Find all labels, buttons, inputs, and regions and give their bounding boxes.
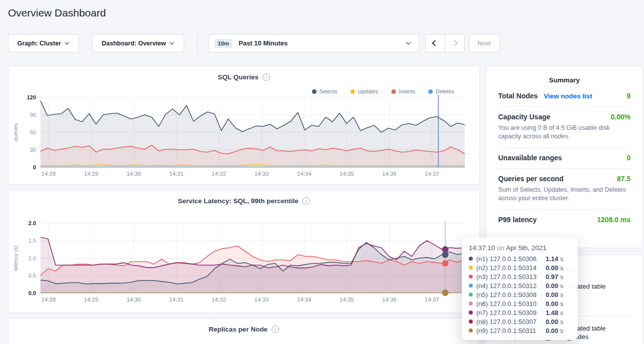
info-icon[interactable]: i [263, 73, 270, 81]
svg-text:1.0: 1.0 [28, 255, 36, 261]
svg-text:14:29: 14:29 [84, 171, 98, 177]
dashboard-dropdown-label: Dashboard: Overview [102, 40, 166, 47]
svg-text:14:37: 14:37 [425, 297, 439, 303]
tooltip-node-value: 0.00 s [546, 318, 571, 326]
now-button[interactable]: Now [469, 34, 500, 52]
svg-text:90: 90 [30, 112, 36, 118]
summary-row: Total Nodes View nodes list 9 [498, 86, 631, 107]
node-color-dot-icon [469, 275, 473, 279]
tooltip-node-value: 0.00 s [546, 264, 571, 272]
time-range-label: Past 10 Minutes [239, 39, 288, 47]
legend-item-selects[interactable]: Selects [312, 88, 337, 94]
svg-text:14:30: 14:30 [126, 297, 141, 303]
chart-hover-tooltip: 14:37:10 on Apr 5th, 2021 (n1) 127.0.0.1… [462, 238, 578, 340]
summary-row-desc: You are using 0 B of 4.5 GiB usable disk… [498, 124, 631, 141]
summary-row: Queries per second 87.5 Sum of Selects, … [498, 169, 631, 210]
tooltip-node-label: (n7) 127.0.0.1:50309 [476, 309, 537, 317]
summary-row-label: Capacity Usage [498, 113, 550, 121]
svg-text:14:36: 14:36 [382, 171, 397, 177]
legend-item-inserts[interactable]: Inserts [391, 88, 415, 94]
tooltip-node-label: (n6) 127.0.0.1:50310 [476, 300, 537, 308]
svg-text:14:28: 14:28 [41, 297, 56, 303]
summary-row: P99 latency 1208.0 ms [498, 210, 631, 230]
tooltip-node-value: 0.00 s [546, 327, 571, 335]
summary-rows: Total Nodes View nodes list 9 Capacity U… [486, 86, 643, 230]
summary-row-label: P99 latency [498, 216, 537, 224]
time-step-forward-button[interactable] [445, 34, 465, 52]
legend-dot-icon [312, 89, 317, 94]
tooltip-node-row: (n7) 127.0.0.1:50309 1.48 s [469, 308, 571, 317]
tooltip-node-label: (n9) 127.0.0.1:50311 [476, 327, 536, 335]
page-title: Overview Dashboard [8, 7, 106, 19]
svg-text:0.0: 0.0 [28, 290, 36, 296]
replicas-per-node-title: Replicas per Node [209, 326, 268, 333]
service-latency-chart[interactable]: 0.00.51.01.52.014:2814:2914:3014:3114:32… [8, 220, 472, 304]
sql-queries-chart[interactable]: 030609012014:2814:2914:3014:3114:3214:33… [8, 94, 472, 178]
legend-dot-icon [350, 89, 355, 94]
tooltip-node-row: (n9) 127.0.0.1:50311 0.00 s [469, 326, 571, 335]
info-icon[interactable]: i [303, 197, 310, 205]
chevron-down-icon [169, 40, 174, 45]
summary-row-value: 0.00% [611, 113, 631, 121]
tooltip-node-value: 1.14 s [546, 255, 571, 263]
view-nodes-link[interactable]: View nodes list [544, 92, 592, 100]
legend-item-deletes[interactable]: Deletes [428, 88, 454, 94]
svg-text:14:29: 14:29 [84, 297, 98, 303]
node-color-dot-icon [469, 302, 473, 306]
tooltip-node-label: (n4) 127.0.0.1:50312 [476, 282, 537, 290]
node-color-dot-icon [469, 311, 473, 315]
time-step-back-button[interactable] [426, 34, 445, 52]
tooltip-node-value: 0.00 s [546, 282, 571, 290]
summary-row-label: Queries per second [498, 175, 564, 183]
time-range-badge: 10m [215, 39, 232, 48]
svg-text:14:37: 14:37 [425, 171, 439, 177]
svg-text:0.5: 0.5 [28, 273, 36, 279]
time-range-picker[interactable]: 10m Past 10 Minutes [208, 34, 419, 52]
time-step-group [425, 34, 465, 52]
svg-text:14:32: 14:32 [212, 171, 226, 177]
tooltip-node-row: (n5) 127.0.0.1:50308 0.00 s [469, 290, 571, 299]
service-latency-card: Service Latency: SQL, 99th percentile i … [8, 190, 480, 313]
graph-dropdown-label: Graph: Cluster [17, 40, 61, 47]
svg-text:14:28: 14:28 [41, 171, 56, 177]
tooltip-node-value: 1.48 s [546, 309, 571, 317]
chevron-down-icon [64, 40, 69, 45]
summary-row-label: Unavailable ranges [498, 154, 562, 162]
summary-title: Summary [486, 66, 643, 86]
tooltip-node-row: (n8) 127.0.0.1:50307 0.00 s [469, 317, 571, 326]
tooltip-node-row: (n3) 127.0.0.1:50313 0.97 s [469, 272, 571, 281]
summary-row: Unavailable ranges 0 [498, 148, 631, 169]
tooltip-node-label: (n8) 127.0.0.1:50307 [476, 318, 537, 326]
legend-dot-icon [428, 89, 433, 94]
sql-queries-card: SQL Queries i Selects Updates Inserts De… [8, 66, 480, 185]
svg-text:0: 0 [33, 164, 36, 170]
dashboard-dropdown[interactable]: Dashboard: Overview [92, 34, 184, 52]
tooltip-node-row: (n6) 127.0.0.1:50310 0.00 s [469, 299, 571, 308]
service-latency-title: Service Latency: SQL, 99th percentile [178, 197, 299, 205]
tooltip-node-label: (n1) 127.0.0.1:50306 [476, 255, 537, 263]
svg-text:2.0: 2.0 [28, 220, 36, 226]
svg-text:1.5: 1.5 [28, 238, 36, 244]
tooltip-node-row: (n4) 127.0.0.1:50312 0.00 s [469, 281, 571, 290]
svg-text:14:35: 14:35 [339, 171, 354, 177]
controls-divider [197, 33, 198, 53]
graph-dropdown[interactable]: Graph: Cluster [8, 34, 79, 52]
svg-text:120: 120 [27, 94, 36, 100]
summary-row-value: 1208.0 ms [597, 216, 631, 224]
tooltip-node-label: (n2) 127.0.0.1:50314 [476, 264, 537, 272]
svg-text:14:33: 14:33 [255, 171, 269, 177]
svg-text:14:35: 14:35 [339, 297, 354, 303]
chevron-right-icon [451, 40, 458, 46]
summary-row-desc: Sum of Selects, Updates, Inserts, and De… [498, 186, 631, 203]
tooltip-node-label: (n3) 127.0.0.1:50313 [476, 273, 537, 281]
info-icon[interactable]: i [272, 326, 279, 333]
node-color-dot-icon [469, 329, 473, 333]
legend-item-updates[interactable]: Updates [350, 88, 378, 94]
svg-text:queries: queries [12, 123, 18, 141]
summary-card: Summary Total Nodes View nodes list 9 Ca… [486, 66, 643, 248]
summary-row-value: 0 [627, 154, 631, 162]
tooltip-node-value: 0.00 s [546, 291, 571, 299]
node-color-dot-icon [469, 293, 473, 297]
chevron-down-icon [406, 40, 411, 45]
replicas-per-node-card: Replicas per Node i [8, 318, 480, 344]
